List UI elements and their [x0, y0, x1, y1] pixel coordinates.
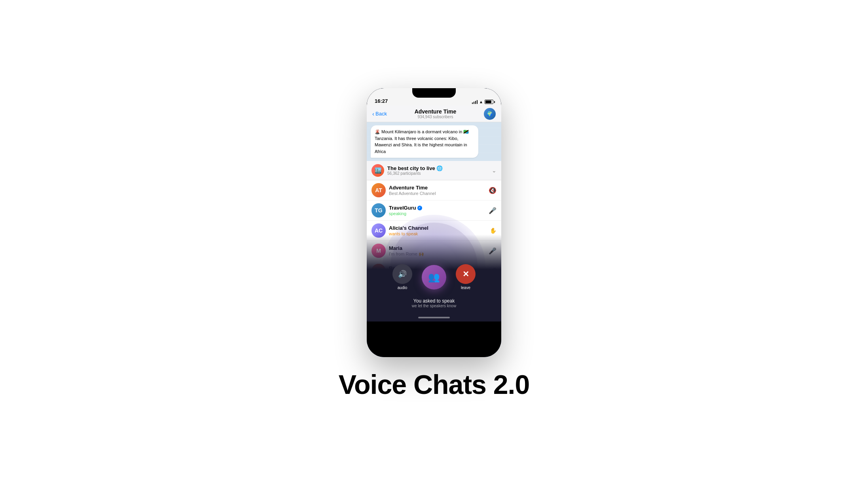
group-participants: 56,362 participants [387, 171, 489, 176]
notch [412, 88, 456, 98]
phone-inner: 16:27 ▲ ‹ Ba [367, 88, 501, 357]
back-chevron-icon: ‹ [372, 110, 374, 117]
status-icons: ▲ [472, 100, 493, 104]
audio-button[interactable]: 🔊 audio [392, 264, 412, 290]
controls-row: 🔊 audio 👥 ✕ [392, 264, 476, 290]
mic-muted-icon: 🔇 [489, 187, 497, 194]
close-icon: ✕ [462, 269, 469, 279]
message-text: 🌋 Mount Kilimanjaro is a dormant volcano… [375, 129, 469, 154]
people-icon: 👥 [428, 272, 440, 283]
list-item[interactable]: AT Adventure Time Best Adventure Channel… [367, 180, 501, 200]
leave-circle: ✕ [456, 264, 476, 284]
audio-circle: 🔊 [392, 264, 412, 284]
participant-name: TravelGuru ✓ [389, 205, 485, 211]
speak-subtitle: we let the speakers know [412, 304, 456, 308]
channel-subtitle: 934,943 subscribers [415, 115, 457, 119]
group-info: The best city to live 🌐 56,362 participa… [387, 165, 489, 176]
main-mic-button[interactable]: 👥 [422, 265, 446, 289]
audio-icon: 🔊 [398, 270, 407, 278]
participant-info: Adventure Time Best Adventure Channel [389, 185, 485, 196]
signal-bars-icon [472, 100, 478, 104]
avatar: TG [371, 203, 386, 218]
wifi-icon: ▲ [479, 100, 483, 104]
voice-chat-panel: 🏙️ The best city to live 🌐 56,362 partic… [367, 161, 501, 322]
status-time: 16:27 [375, 98, 388, 104]
back-label: Back [375, 111, 387, 117]
channel-title: Adventure Time [415, 108, 457, 115]
back-button[interactable]: ‹ Back [372, 110, 387, 117]
nav-title-block: Adventure Time 934,943 subscribers [415, 108, 457, 119]
participant-info: TravelGuru ✓ speaking [389, 205, 485, 216]
nav-bar: ‹ Back Adventure Time 934,943 subscriber… [367, 106, 501, 122]
leave-button[interactable]: ✕ leave [456, 264, 476, 290]
participant-name: Adventure Time [389, 185, 485, 191]
mic-active-icon: 🎤 [489, 207, 497, 214]
page-title: Voice Chats 2.0 [339, 369, 530, 400]
raise-hand-icon: ✋ [490, 227, 497, 234]
battery-icon [485, 100, 493, 104]
phone-frame: 16:27 ▲ ‹ Ba [367, 88, 501, 357]
verified-badge-icon: ✓ [417, 206, 422, 210]
leave-label: leave [461, 286, 470, 290]
group-header[interactable]: 🏙️ The best city to live 🌐 56,362 partic… [367, 161, 501, 180]
main-circle: 👥 [422, 265, 446, 289]
channel-avatar[interactable]: 🌍 [484, 108, 496, 120]
message-bubble: 🌋 Mount Kilimanjaro is a dormant volcano… [371, 125, 478, 158]
participant-status: Best Adventure Channel [389, 191, 485, 196]
page-container: 16:27 ▲ ‹ Ba [0, 0, 868, 488]
group-avatar: 🏙️ [371, 164, 384, 177]
speak-title: You asked to speak [412, 298, 456, 304]
speak-notification: You asked to speak we let the speakers k… [412, 298, 456, 308]
group-name: The best city to live 🌐 [387, 165, 489, 171]
group-chevron-icon: ⌄ [492, 167, 497, 174]
avatar: AT [371, 183, 386, 197]
chat-area: 🌋 Mount Kilimanjaro is a dormant volcano… [367, 122, 501, 161]
home-indicator [418, 317, 450, 318]
audio-label: audio [398, 286, 407, 290]
